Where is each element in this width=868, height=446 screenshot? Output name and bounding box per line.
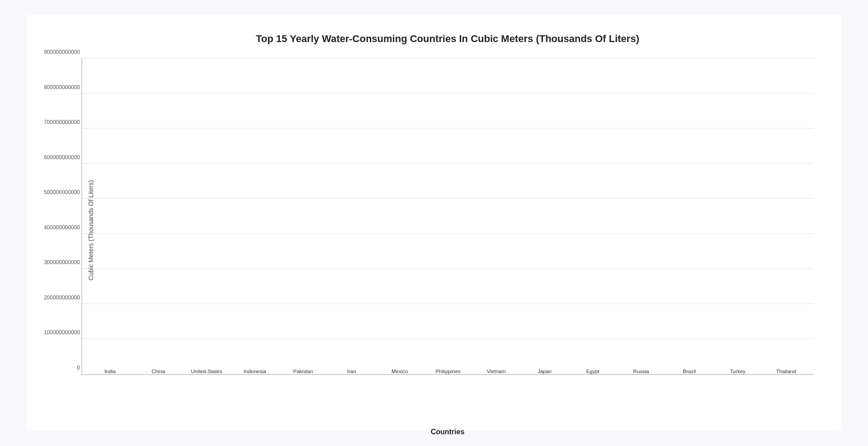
- bar-group: China: [135, 366, 182, 374]
- bar-group: Vietnam: [473, 366, 519, 374]
- y-tick-label: 300000000000: [33, 259, 80, 266]
- y-tick-label: 900000000000: [33, 49, 80, 55]
- bar-label-india: India: [104, 369, 116, 374]
- y-tick-label: 100000000000: [33, 329, 80, 336]
- bar-group: Brazil: [666, 366, 713, 374]
- bar-group: Thailand: [763, 366, 809, 374]
- y-tick-label: 800000000000: [33, 84, 80, 90]
- bar-group: Iran: [328, 366, 375, 374]
- bar-label-japan: Japan: [538, 369, 552, 374]
- grid-and-bars: 9000000000008000000000007000000000006000…: [81, 58, 814, 375]
- bar-label-turkey: Turkey: [730, 369, 745, 374]
- bar-label-thailand: Thailand: [776, 369, 796, 374]
- bar-label-indonesia: Indonesia: [244, 369, 266, 374]
- y-tick-label: 400000000000: [33, 224, 80, 231]
- bar-group: Pakistan: [280, 366, 326, 374]
- bar-label-philippines: Philippines: [435, 369, 461, 374]
- bar-group: Egypt: [570, 366, 616, 374]
- bar-label-egypt: Egypt: [586, 369, 599, 374]
- bar-label-iran: Iran: [347, 369, 356, 374]
- y-tick-label: 700000000000: [33, 119, 80, 125]
- bar-label-pakistan: Pakistan: [293, 369, 313, 374]
- bar-group: Turkey: [714, 366, 761, 374]
- bar-label-russia: Russia: [633, 369, 649, 374]
- x-axis-label: Countries: [431, 428, 465, 436]
- bar-label-united-states: United-States: [191, 369, 222, 374]
- bar-label-china: China: [151, 369, 165, 374]
- bar-label-vietnam: Vietnam: [487, 369, 506, 374]
- bar-group: Japan: [521, 366, 568, 374]
- bar-label-brazil: Brazil: [683, 369, 696, 374]
- y-tick-label: 500000000000: [33, 189, 80, 195]
- bar-group: United-States: [184, 366, 230, 374]
- bar-label-mexico: Mexico: [392, 369, 408, 374]
- bar-group: Mexico: [377, 366, 423, 374]
- y-tick-label: 200000000000: [33, 294, 80, 301]
- chart-area: Cubic Meters (Thousands Of Liters) 90000…: [81, 58, 814, 402]
- y-tick-label-zero: 0: [33, 365, 80, 371]
- bar-group: Russia: [618, 366, 665, 374]
- chart-container: Top 15 Yearly Water-Consuming Countries …: [27, 15, 841, 431]
- bar-group: Indonesia: [231, 366, 278, 374]
- bars-row: IndiaChinaUnited-StatesIndonesiaPakistan…: [82, 58, 814, 374]
- bar-group: India: [87, 366, 133, 374]
- chart-title: Top 15 Yearly Water-Consuming Countries …: [81, 33, 814, 45]
- y-tick-label: 600000000000: [33, 154, 80, 161]
- bar-group: Philippines: [425, 366, 472, 374]
